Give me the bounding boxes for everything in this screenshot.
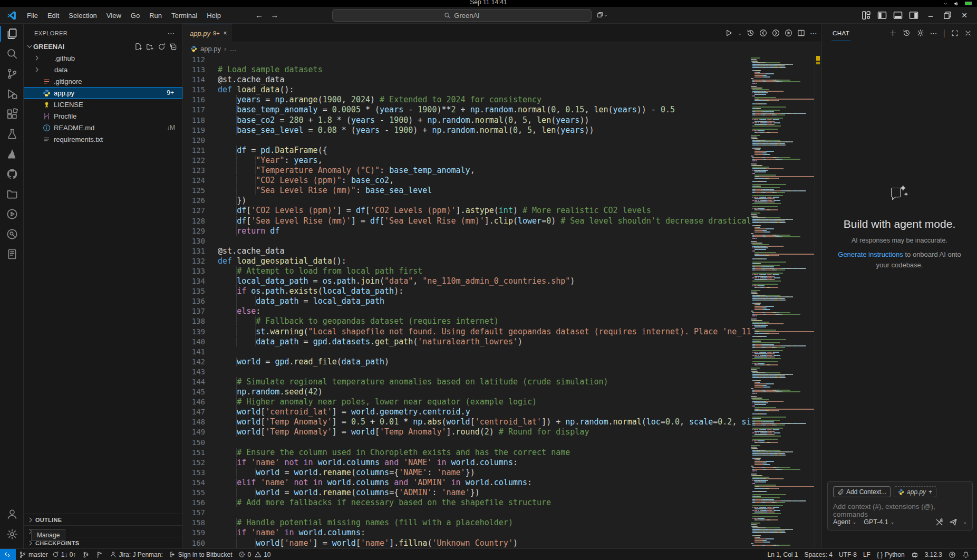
collapse-all-button[interactable] bbox=[169, 43, 177, 51]
line-number[interactable]: 136 bbox=[183, 296, 209, 306]
activity-explorer[interactable] bbox=[0, 24, 24, 44]
code-line[interactable]: 121 df = pd.DataFrame({ bbox=[183, 146, 751, 156]
code-line[interactable]: 145 np.random.seed(42) bbox=[183, 387, 751, 397]
chat-settings-button[interactable] bbox=[916, 29, 924, 37]
code-line[interactable]: 143 bbox=[183, 367, 751, 377]
line-number[interactable]: 139 bbox=[183, 327, 209, 337]
line-number[interactable]: 148 bbox=[183, 417, 209, 427]
bitbucket-signin[interactable]: Sign in to Bitbucket bbox=[166, 549, 236, 560]
layout-control-button[interactable]: ⌄ bbox=[596, 11, 608, 18]
code-line[interactable]: 125 "Sea Level Rise (mm)": base_sea_leve… bbox=[183, 186, 751, 196]
interpreter-icon[interactable] bbox=[945, 549, 959, 560]
code-line[interactable]: 122 "Year": years, bbox=[183, 156, 751, 166]
explorer-more-actions-button[interactable]: ⋯ bbox=[168, 29, 175, 37]
code-line[interactable]: 158 # Handle potential missing names (fi… bbox=[183, 518, 751, 528]
language-mode[interactable]: { } Python bbox=[874, 549, 908, 560]
code-line[interactable]: 120 bbox=[183, 136, 751, 146]
os-caret-down-icon[interactable] bbox=[943, 1, 948, 6]
code-line[interactable]: 154 elif 'name' not in world.columns and… bbox=[183, 478, 751, 488]
remote-indicator[interactable] bbox=[0, 549, 16, 560]
chat-model-picker[interactable]: GPT-4.1 ⌄ bbox=[864, 518, 894, 526]
code-line[interactable]: 118 base_co2 = 280 + 1.8 * (years - 1900… bbox=[183, 115, 751, 125]
activity-notebook[interactable] bbox=[0, 244, 24, 264]
line-number[interactable]: 124 bbox=[183, 176, 209, 186]
line-number[interactable]: 152 bbox=[183, 458, 209, 468]
line-number[interactable]: 127 bbox=[183, 206, 209, 216]
activity-source-control[interactable] bbox=[0, 64, 24, 84]
menu-selection[interactable]: Selection bbox=[64, 9, 101, 22]
add-context-button[interactable]: Add Context... bbox=[833, 486, 891, 497]
line-number[interactable]: 140 bbox=[183, 337, 209, 347]
code-line[interactable]: 152 if 'name' not in world.columns and '… bbox=[183, 458, 751, 468]
activity-extensions[interactable] bbox=[0, 104, 24, 124]
activity-accounts[interactable] bbox=[0, 504, 24, 524]
code-line[interactable]: 119 base_sea_level = 0.08 * (years - 190… bbox=[183, 125, 751, 136]
line-number[interactable]: 150 bbox=[183, 438, 209, 448]
attachment-chip-app-py[interactable]: app.py + bbox=[894, 486, 936, 497]
code-line[interactable]: 160 world['name'] = world['name'].fillna… bbox=[183, 538, 751, 548]
chat-history-button[interactable] bbox=[903, 29, 911, 37]
code-line[interactable]: 157 bbox=[183, 508, 751, 518]
git-branch-status[interactable]: master 1↓ 0↑ bbox=[16, 549, 79, 560]
line-number[interactable]: 118 bbox=[183, 115, 209, 125]
encoding-status[interactable]: UTF-8 bbox=[836, 549, 860, 560]
line-number[interactable]: 134 bbox=[183, 276, 209, 286]
line-number[interactable]: 117 bbox=[183, 105, 209, 115]
refresh-button[interactable] bbox=[158, 43, 166, 51]
code-line[interactable]: 153 world = world.rename(columns={'NAME'… bbox=[183, 468, 751, 478]
code-line[interactable]: 113# Load sample datasets bbox=[183, 65, 751, 75]
run-dropdown-button[interactable]: ⌄ bbox=[738, 31, 742, 36]
chat-expand-button[interactable] bbox=[951, 30, 959, 37]
workspace-section-greenai[interactable]: GREENAI bbox=[24, 41, 182, 52]
line-number[interactable]: 146 bbox=[183, 397, 209, 407]
line-number[interactable]: 138 bbox=[183, 316, 209, 326]
new-chat-button[interactable] bbox=[889, 29, 897, 37]
code-line[interactable]: 133 # Attempt to load from local path fi… bbox=[183, 266, 751, 276]
menu-edit[interactable]: Edit bbox=[43, 9, 64, 22]
line-number[interactable]: 149 bbox=[183, 427, 209, 437]
cursor-position[interactable]: Ln 1, Col 1 bbox=[764, 549, 801, 560]
code-line[interactable]: 112 bbox=[183, 55, 751, 65]
breadcrumb-symbol[interactable]: … bbox=[229, 45, 236, 53]
line-number[interactable]: 114 bbox=[183, 75, 209, 85]
overview-ruler[interactable] bbox=[814, 55, 821, 548]
code-line[interactable]: 114@st.cache_data bbox=[183, 75, 751, 85]
command-center-search[interactable]: GreenAI bbox=[332, 9, 592, 22]
tab-close-button[interactable]: × bbox=[224, 30, 227, 37]
chat-input-placeholder[interactable]: Add context (#), extensions (@), command… bbox=[833, 503, 967, 518]
activity-search[interactable] bbox=[0, 44, 24, 64]
os-speaker-icon[interactable] bbox=[953, 1, 960, 7]
history-icon[interactable] bbox=[747, 29, 754, 37]
line-number[interactable]: 131 bbox=[183, 246, 209, 256]
file--gitignore[interactable]: .gitignore bbox=[24, 75, 182, 87]
line-number[interactable]: 142 bbox=[183, 357, 209, 367]
chat-more-actions-button[interactable]: ⋯ bbox=[930, 29, 937, 37]
activity-github[interactable] bbox=[0, 164, 24, 184]
file-readme-md[interactable]: README.md↓M bbox=[24, 122, 182, 133]
notifications-bell-button[interactable] bbox=[959, 549, 973, 560]
toggle-panel-button[interactable] bbox=[893, 9, 903, 22]
code-line[interactable]: 148 world['Temp Anomaly'] = 0.5 + 0.01 *… bbox=[183, 417, 751, 427]
eol-status[interactable]: LF bbox=[860, 549, 874, 560]
code-line[interactable]: 130 bbox=[183, 236, 751, 246]
line-number[interactable]: 115 bbox=[183, 85, 209, 95]
back-circle-icon[interactable] bbox=[759, 29, 767, 37]
chevron-down-icon[interactable]: ⌄ bbox=[963, 519, 967, 525]
new-folder-button[interactable] bbox=[146, 43, 154, 51]
activity-manage[interactable] bbox=[0, 524, 24, 544]
split-editor-button[interactable] bbox=[797, 29, 805, 37]
line-number[interactable]: 130 bbox=[183, 236, 209, 246]
line-number[interactable]: 158 bbox=[183, 518, 209, 528]
problems-status[interactable]: 0 10 bbox=[235, 549, 274, 560]
code-line[interactable]: 128 df['Sea Level Rise (mm)'] = df['Sea … bbox=[183, 216, 751, 226]
run-circle-icon[interactable] bbox=[785, 29, 792, 37]
line-number[interactable]: 133 bbox=[183, 266, 209, 276]
code-line[interactable]: 137 else: bbox=[183, 306, 751, 316]
code-line[interactable]: 149 world['Temp Anomaly'] = world['Temp … bbox=[183, 427, 751, 437]
code-line[interactable]: 131@st.cache_data bbox=[183, 246, 751, 256]
line-number[interactable]: 126 bbox=[183, 196, 209, 206]
code-line[interactable]: 135 if os.path.exists(local_data_path): bbox=[183, 286, 751, 296]
file-license[interactable]: LICENSE bbox=[24, 99, 182, 110]
line-number[interactable]: 145 bbox=[183, 387, 209, 397]
new-file-button[interactable] bbox=[134, 43, 142, 51]
